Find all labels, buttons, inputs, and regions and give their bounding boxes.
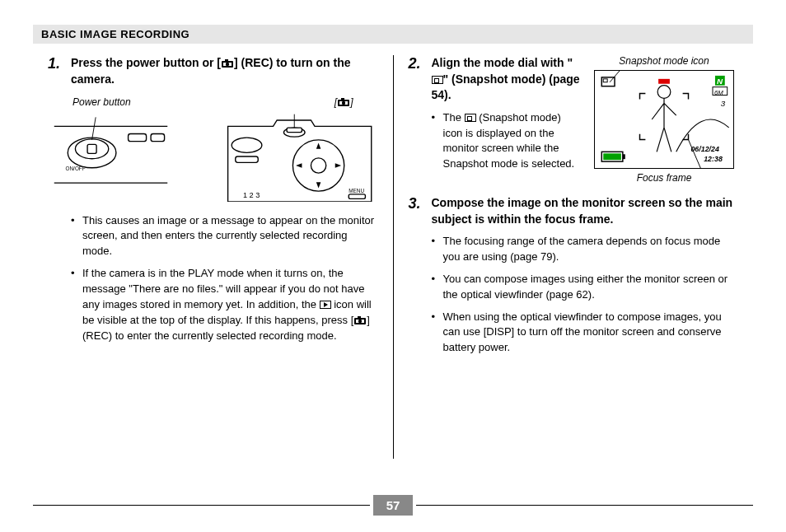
camera-rec-icon-inline: [353, 315, 367, 325]
svg-text:06/12/24: 06/12/24: [690, 145, 719, 153]
footer-line-left: [33, 505, 370, 506]
footer-line-right: [416, 505, 753, 506]
svg-rect-34: [358, 316, 361, 318]
step-3-bullets: The focusing range of the camera depends…: [409, 234, 739, 356]
step-2-title-b: " (Snapshot mode) (page 54).: [432, 72, 580, 102]
step-2-area: 2. Align the mode dial with "" (Snapshot…: [409, 55, 739, 184]
camera-rec-icon: [221, 57, 234, 72]
svg-rect-15: [151, 133, 164, 141]
svg-rect-18: [287, 128, 302, 133]
step-3-bullet-1: The focusing range of the camera depends…: [432, 234, 739, 265]
svg-rect-14: [129, 133, 147, 141]
svg-rect-27: [236, 156, 259, 162]
step-2-number: 2.: [409, 55, 421, 72]
section-header: BASIC IMAGE RECORDING: [33, 25, 753, 44]
svg-rect-7: [341, 98, 344, 100]
svg-rect-48: [623, 154, 625, 159]
step-3-bullet-2: You can compose images using either the …: [432, 272, 739, 303]
svg-text:12:38: 12:38: [704, 155, 723, 163]
step-1: 1. Press the power button or [] (REC) to…: [48, 55, 378, 88]
svg-point-2: [226, 63, 229, 66]
caption-focus-frame: Focus frame: [590, 172, 738, 184]
svg-point-21: [311, 157, 325, 172]
snapshot-mode-icon: [432, 76, 443, 84]
svg-point-33: [358, 319, 362, 322]
svg-rect-37: [603, 79, 607, 82]
svg-rect-3: [225, 59, 228, 61]
svg-rect-43: [658, 79, 670, 84]
lcd-screen: N 6M 3: [594, 70, 734, 169]
page-footer: 57: [33, 495, 753, 516]
step-1-bullet-1: This causes an image or a message to app…: [71, 213, 378, 260]
camera-top-diagram: ON/OFF: [48, 111, 378, 202]
svg-text:MENU: MENU: [349, 188, 364, 194]
step-2-bullet-1: The (Snapshot mode) icon is displayed on…: [432, 110, 581, 172]
snapshot-mode-icon-inline: [465, 114, 476, 122]
page-number: 57: [373, 495, 414, 516]
right-column: 2. Align the mode dial with "" (Snapshot…: [394, 55, 754, 459]
svg-point-44: [657, 86, 671, 99]
svg-text:1 2 3: 1 2 3: [243, 191, 260, 199]
svg-line-45: [689, 140, 701, 168]
step-1-title-a: Press the power button or [: [71, 56, 221, 69]
play-mode-icon: [320, 301, 331, 309]
left-column: 1. Press the power button or [] (REC) to…: [33, 55, 393, 459]
step-2: 2. Align the mode dial with "" (Snapshot…: [409, 55, 581, 104]
diagram-labels: Power button []: [48, 96, 378, 108]
power-button-label: Power button: [73, 96, 131, 108]
step-3-bullet-3: When using the optical viewfinder to com…: [432, 310, 739, 357]
svg-text:ON/OFF: ON/OFF: [66, 165, 86, 170]
caption-snapshot-icon: Snapshot mode icon: [590, 55, 738, 67]
svg-text:3: 3: [721, 99, 726, 108]
step-3-title: Compose the image on the monitor screen …: [432, 196, 733, 226]
step-3: 3. Compose the image on the monitor scre…: [409, 195, 739, 227]
step-1-number: 1.: [48, 55, 60, 72]
step-2-title-a: Align the mode dial with ": [432, 56, 573, 69]
svg-line-16: [92, 117, 96, 140]
step-1-bullet-2: If the camera is in the PLAY mode when i…: [71, 266, 378, 343]
section-title: BASIC IMAGE RECORDING: [41, 28, 189, 40]
svg-point-26: [232, 138, 262, 152]
step-3-number: 3.: [409, 195, 421, 212]
step-1-bullets: This causes an image or a message to app…: [48, 213, 378, 344]
svg-rect-47: [603, 153, 621, 160]
svg-rect-12: [87, 144, 96, 153]
step-2-bullets: The (Snapshot mode) icon is displayed on…: [409, 110, 581, 172]
svg-point-6: [342, 100, 345, 104]
svg-text:N: N: [717, 77, 723, 86]
rec-bracket-label: []: [335, 96, 353, 108]
two-column-layout: 1. Press the power button or [] (REC) to…: [33, 55, 753, 459]
svg-text:6M: 6M: [714, 89, 723, 96]
lcd-preview-block: Snapshot mode icon N 6M: [590, 55, 738, 184]
svg-rect-29: [349, 194, 365, 198]
